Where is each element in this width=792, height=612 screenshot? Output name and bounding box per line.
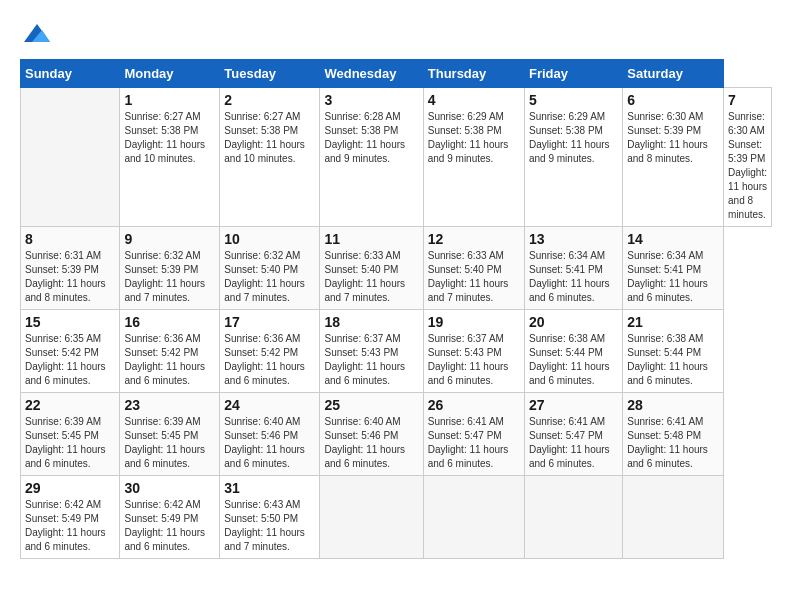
calendar-cell: 26Sunrise: 6:41 AM Sunset: 5:47 PM Dayli… bbox=[423, 393, 524, 476]
day-detail: Sunrise: 6:41 AM Sunset: 5:47 PM Dayligh… bbox=[428, 415, 520, 471]
logo-text bbox=[20, 20, 52, 49]
day-number: 17 bbox=[224, 314, 315, 330]
day-detail: Sunrise: 6:39 AM Sunset: 5:45 PM Dayligh… bbox=[25, 415, 115, 471]
day-number: 3 bbox=[324, 92, 418, 108]
day-detail: Sunrise: 6:42 AM Sunset: 5:49 PM Dayligh… bbox=[124, 498, 215, 554]
day-number: 24 bbox=[224, 397, 315, 413]
col-header-tuesday: Tuesday bbox=[220, 60, 320, 88]
day-detail: Sunrise: 6:29 AM Sunset: 5:38 PM Dayligh… bbox=[529, 110, 618, 166]
day-detail: Sunrise: 6:40 AM Sunset: 5:46 PM Dayligh… bbox=[224, 415, 315, 471]
day-number: 13 bbox=[529, 231, 618, 247]
day-detail: Sunrise: 6:32 AM Sunset: 5:40 PM Dayligh… bbox=[224, 249, 315, 305]
day-detail: Sunrise: 6:34 AM Sunset: 5:41 PM Dayligh… bbox=[529, 249, 618, 305]
day-detail: Sunrise: 6:40 AM Sunset: 5:46 PM Dayligh… bbox=[324, 415, 418, 471]
calendar-cell: 12Sunrise: 6:33 AM Sunset: 5:40 PM Dayli… bbox=[423, 227, 524, 310]
day-detail: Sunrise: 6:36 AM Sunset: 5:42 PM Dayligh… bbox=[224, 332, 315, 388]
day-detail: Sunrise: 6:27 AM Sunset: 5:38 PM Dayligh… bbox=[224, 110, 315, 166]
calendar-cell bbox=[423, 476, 524, 559]
day-number: 10 bbox=[224, 231, 315, 247]
calendar-cell bbox=[21, 88, 120, 227]
calendar-cell: 15Sunrise: 6:35 AM Sunset: 5:42 PM Dayli… bbox=[21, 310, 120, 393]
day-detail: Sunrise: 6:37 AM Sunset: 5:43 PM Dayligh… bbox=[324, 332, 418, 388]
logo-icon bbox=[22, 20, 52, 44]
day-number: 16 bbox=[124, 314, 215, 330]
day-number: 2 bbox=[224, 92, 315, 108]
day-number: 15 bbox=[25, 314, 115, 330]
page-header bbox=[20, 20, 772, 49]
day-detail: Sunrise: 6:33 AM Sunset: 5:40 PM Dayligh… bbox=[324, 249, 418, 305]
calendar-cell: 9Sunrise: 6:32 AM Sunset: 5:39 PM Daylig… bbox=[120, 227, 220, 310]
day-number: 29 bbox=[25, 480, 115, 496]
day-number: 25 bbox=[324, 397, 418, 413]
day-number: 7 bbox=[728, 92, 767, 108]
day-number: 14 bbox=[627, 231, 719, 247]
day-detail: Sunrise: 6:27 AM Sunset: 5:38 PM Dayligh… bbox=[124, 110, 215, 166]
day-number: 26 bbox=[428, 397, 520, 413]
day-number: 22 bbox=[25, 397, 115, 413]
day-number: 5 bbox=[529, 92, 618, 108]
day-detail: Sunrise: 6:34 AM Sunset: 5:41 PM Dayligh… bbox=[627, 249, 719, 305]
day-number: 31 bbox=[224, 480, 315, 496]
calendar-cell: 28Sunrise: 6:41 AM Sunset: 5:48 PM Dayli… bbox=[623, 393, 724, 476]
day-number: 19 bbox=[428, 314, 520, 330]
day-number: 28 bbox=[627, 397, 719, 413]
calendar-cell: 5Sunrise: 6:29 AM Sunset: 5:38 PM Daylig… bbox=[524, 88, 622, 227]
calendar-cell bbox=[320, 476, 423, 559]
col-header-saturday: Saturday bbox=[623, 60, 724, 88]
logo bbox=[20, 20, 52, 49]
day-number: 27 bbox=[529, 397, 618, 413]
calendar-cell: 11Sunrise: 6:33 AM Sunset: 5:40 PM Dayli… bbox=[320, 227, 423, 310]
day-detail: Sunrise: 6:42 AM Sunset: 5:49 PM Dayligh… bbox=[25, 498, 115, 554]
calendar-cell: 31Sunrise: 6:43 AM Sunset: 5:50 PM Dayli… bbox=[220, 476, 320, 559]
day-detail: Sunrise: 6:33 AM Sunset: 5:40 PM Dayligh… bbox=[428, 249, 520, 305]
calendar-cell: 14Sunrise: 6:34 AM Sunset: 5:41 PM Dayli… bbox=[623, 227, 724, 310]
calendar-cell: 22Sunrise: 6:39 AM Sunset: 5:45 PM Dayli… bbox=[21, 393, 120, 476]
day-detail: Sunrise: 6:31 AM Sunset: 5:39 PM Dayligh… bbox=[25, 249, 115, 305]
calendar-cell: 7Sunrise: 6:30 AM Sunset: 5:39 PM Daylig… bbox=[724, 88, 772, 227]
calendar-cell: 4Sunrise: 6:29 AM Sunset: 5:38 PM Daylig… bbox=[423, 88, 524, 227]
calendar-cell: 18Sunrise: 6:37 AM Sunset: 5:43 PM Dayli… bbox=[320, 310, 423, 393]
day-detail: Sunrise: 6:30 AM Sunset: 5:39 PM Dayligh… bbox=[627, 110, 719, 166]
calendar-cell: 30Sunrise: 6:42 AM Sunset: 5:49 PM Dayli… bbox=[120, 476, 220, 559]
calendar-cell: 27Sunrise: 6:41 AM Sunset: 5:47 PM Dayli… bbox=[524, 393, 622, 476]
calendar-cell: 29Sunrise: 6:42 AM Sunset: 5:49 PM Dayli… bbox=[21, 476, 120, 559]
day-number: 9 bbox=[124, 231, 215, 247]
day-detail: Sunrise: 6:43 AM Sunset: 5:50 PM Dayligh… bbox=[224, 498, 315, 554]
day-number: 8 bbox=[25, 231, 115, 247]
day-number: 6 bbox=[627, 92, 719, 108]
day-detail: Sunrise: 6:29 AM Sunset: 5:38 PM Dayligh… bbox=[428, 110, 520, 166]
calendar-cell: 20Sunrise: 6:38 AM Sunset: 5:44 PM Dayli… bbox=[524, 310, 622, 393]
day-detail: Sunrise: 6:28 AM Sunset: 5:38 PM Dayligh… bbox=[324, 110, 418, 166]
calendar-cell: 1Sunrise: 6:27 AM Sunset: 5:38 PM Daylig… bbox=[120, 88, 220, 227]
calendar-cell bbox=[623, 476, 724, 559]
day-number: 20 bbox=[529, 314, 618, 330]
day-detail: Sunrise: 6:41 AM Sunset: 5:48 PM Dayligh… bbox=[627, 415, 719, 471]
col-header-thursday: Thursday bbox=[423, 60, 524, 88]
day-number: 12 bbox=[428, 231, 520, 247]
day-number: 30 bbox=[124, 480, 215, 496]
calendar-cell: 16Sunrise: 6:36 AM Sunset: 5:42 PM Dayli… bbox=[120, 310, 220, 393]
day-number: 4 bbox=[428, 92, 520, 108]
calendar-table: SundayMondayTuesdayWednesdayThursdayFrid… bbox=[20, 59, 772, 559]
calendar-cell: 19Sunrise: 6:37 AM Sunset: 5:43 PM Dayli… bbox=[423, 310, 524, 393]
day-number: 21 bbox=[627, 314, 719, 330]
calendar-cell: 6Sunrise: 6:30 AM Sunset: 5:39 PM Daylig… bbox=[623, 88, 724, 227]
calendar-cell: 2Sunrise: 6:27 AM Sunset: 5:38 PM Daylig… bbox=[220, 88, 320, 227]
day-detail: Sunrise: 6:38 AM Sunset: 5:44 PM Dayligh… bbox=[627, 332, 719, 388]
calendar-cell: 13Sunrise: 6:34 AM Sunset: 5:41 PM Dayli… bbox=[524, 227, 622, 310]
day-number: 23 bbox=[124, 397, 215, 413]
day-detail: Sunrise: 6:32 AM Sunset: 5:39 PM Dayligh… bbox=[124, 249, 215, 305]
calendar-cell: 10Sunrise: 6:32 AM Sunset: 5:40 PM Dayli… bbox=[220, 227, 320, 310]
day-detail: Sunrise: 6:37 AM Sunset: 5:43 PM Dayligh… bbox=[428, 332, 520, 388]
calendar-cell: 3Sunrise: 6:28 AM Sunset: 5:38 PM Daylig… bbox=[320, 88, 423, 227]
col-header-friday: Friday bbox=[524, 60, 622, 88]
col-header-wednesday: Wednesday bbox=[320, 60, 423, 88]
day-detail: Sunrise: 6:38 AM Sunset: 5:44 PM Dayligh… bbox=[529, 332, 618, 388]
day-number: 11 bbox=[324, 231, 418, 247]
calendar-cell: 23Sunrise: 6:39 AM Sunset: 5:45 PM Dayli… bbox=[120, 393, 220, 476]
day-detail: Sunrise: 6:39 AM Sunset: 5:45 PM Dayligh… bbox=[124, 415, 215, 471]
calendar-cell: 17Sunrise: 6:36 AM Sunset: 5:42 PM Dayli… bbox=[220, 310, 320, 393]
calendar-cell bbox=[524, 476, 622, 559]
col-header-monday: Monday bbox=[120, 60, 220, 88]
day-detail: Sunrise: 6:41 AM Sunset: 5:47 PM Dayligh… bbox=[529, 415, 618, 471]
